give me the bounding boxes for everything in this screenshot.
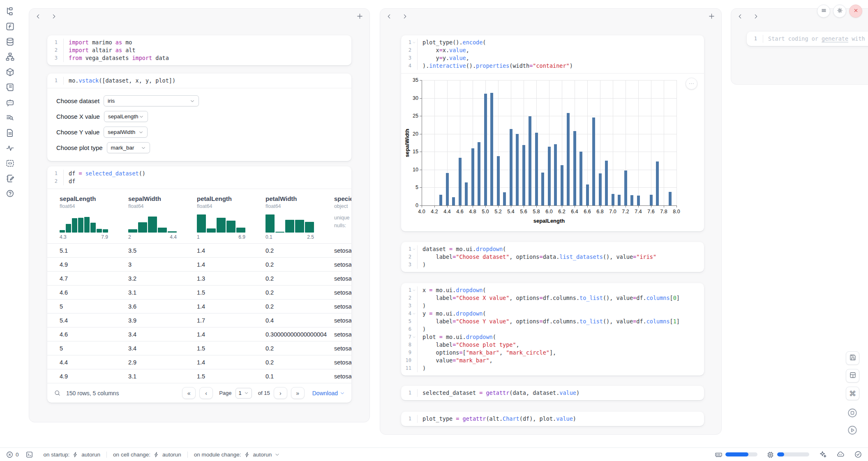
code-placeholder[interactable]: Start coding or generate with AI [763,35,868,43]
vstack-code-editor[interactable]: 1mo.vstack([dataset, x, y, plot]) [47,74,351,88]
chart-bar[interactable] [554,144,557,205]
chevron-left-icon[interactable] [386,13,392,20]
chart-bar[interactable] [561,165,563,205]
chart-bar[interactable] [446,173,449,205]
download-button[interactable]: Download [312,390,345,396]
table-row[interactable]: 5.13.51.40.2setosa [47,243,351,257]
sidebar-item-activity[interactable] [5,143,15,153]
chart-bar[interactable] [579,152,582,205]
code-line[interactable]: ) [418,302,426,310]
table-row[interactable]: 4.42.91.40.2setosa [47,355,351,369]
code-line[interactable]: import marimo as mo [64,39,132,46]
chart-bar[interactable] [567,113,570,205]
first-page-button[interactable]: « [182,387,196,399]
selected-dataset-code-editor[interactable]: 1selected_dataset = getattr(data, datase… [401,386,704,400]
table-row[interactable]: 4.63.11.50.2setosa [47,285,351,299]
plot-type-cell[interactable]: 1plot_type = getattr(alt.Chart(df), plot… [401,412,704,426]
code-line[interactable]: label="Choose X value", options=df.colum… [418,294,680,302]
chart-bar[interactable] [669,192,672,205]
code-line[interactable]: import altair as alt [64,46,136,54]
code-line[interactable]: mo.vstack([dataset, x, y, plot]) [64,77,175,85]
chart-bar[interactable] [459,158,462,205]
plot-type-code-editor[interactable]: 1plot_type = getattr(alt.Chart(df), plot… [401,412,704,426]
code-line[interactable]: from vega_datasets import data [64,54,169,62]
table-row[interactable]: 4.73.21.30.2setosa [47,271,351,285]
copilot-button[interactable] [836,450,845,459]
plot-code-editor[interactable]: 1plot_type().encode(2 x=x.value,3 y=y.va… [401,35,704,73]
table-row[interactable]: 4.93.11.50.1setosa [47,369,351,383]
imports-code-editor[interactable]: 1import marimo as mo2import altair as al… [47,35,351,65]
code-line[interactable]: y = mo.ui.dropdown( [418,310,486,318]
chart-bar[interactable] [484,94,487,205]
plot-cell[interactable]: 1plot_type().encode(2 x=x.value,3 y=y.va… [401,35,704,231]
chart-bar[interactable] [478,142,480,205]
table-row[interactable]: 53.41.50.2setosa [47,341,351,355]
save-button[interactable] [846,351,859,365]
sidebar-item-list-search[interactable] [5,113,15,122]
column-header-sepalWidth[interactable]: sepalWidthfloat6424.4 [128,195,197,240]
chart-bar[interactable] [529,116,531,205]
generate-link[interactable]: generate [822,35,848,42]
code-line[interactable]: plot_type = getattr(alt.Chart(df), plot.… [418,415,576,423]
dataset-dropdown-cell[interactable]: 1dataset = mo.ui.dropdown(2 label="Choos… [401,242,704,272]
dropdown-choose-x-value[interactable]: sepalLength [104,111,148,122]
code-line[interactable]: dataset = mo.ui.dropdown( [418,245,506,253]
chart-bar[interactable] [516,134,519,205]
table-row[interactable]: 53.61.40.2setosa [47,299,351,313]
sidebar-item-scroll[interactable] [5,83,15,92]
column-header-petalLength[interactable]: petalLengthfloat6416.9 [197,195,265,240]
chart-bar[interactable] [605,161,608,205]
chevron-right-icon[interactable] [51,13,57,20]
column-histogram[interactable] [60,214,108,233]
vstack-cell[interactable]: 1mo.vstack([dataset, x, y, plot]) Choose… [47,74,351,161]
chart-bar[interactable] [624,171,627,205]
dropdown-choose-dataset[interactable]: iris [104,95,199,106]
code-line[interactable]: ).interactive().properties(width="contai… [418,62,573,70]
code-line[interactable]: x = mo.ui.dropdown( [418,286,486,294]
chart-bar[interactable] [503,192,506,205]
chart-bar[interactable] [612,194,614,205]
code-line[interactable]: ) [418,364,426,372]
chevron-right-icon[interactable] [753,13,759,20]
sidebar-item-document[interactable] [5,128,15,138]
dropdown-choose-plot-type[interactable]: mark_bar [107,142,150,153]
chevron-right-icon[interactable] [402,13,408,20]
chart-bar[interactable] [439,195,442,205]
command-button[interactable]: ⌘ [846,387,859,400]
code-line[interactable]: df = selected_dataset() [64,170,145,177]
column-header-petalWidth[interactable]: petalWidthfloat640.12.5 [265,195,334,240]
df-code-editor[interactable]: 1df = selected_dataset()2df [47,166,351,189]
errors-indicator[interactable]: 0 [6,451,19,459]
chart-bar[interactable] [630,195,633,205]
column-histogram[interactable] [265,214,314,233]
column-header-sepalLength[interactable]: sepalLengthfloat644.37.9 [60,195,128,240]
code-line[interactable]: ) [418,325,426,333]
play-button[interactable] [845,424,859,438]
chart-bar[interactable] [497,156,500,205]
sidebar-item-scratchpad[interactable] [5,174,15,183]
code-line[interactable]: df [64,177,75,185]
chart-bar[interactable] [535,133,538,205]
chart-bar[interactable] [522,145,525,205]
chart-bar[interactable] [637,196,640,205]
sidebar-item-snippets[interactable] [5,159,15,168]
sidebar-item-function-square[interactable] [5,22,15,31]
column-histogram[interactable] [197,214,245,233]
sidebar-item-dependency-graph[interactable] [5,52,15,62]
code-line[interactable]: x=x.value, [418,46,469,54]
dataframe-cell[interactable]: 1df = selected_dataset()2df sepalLengthf… [47,166,351,403]
stop-button[interactable] [845,407,859,421]
chart-bar[interactable] [452,197,455,205]
code-line[interactable]: plot = mo.ui.dropdown( [418,333,496,341]
chart-bar[interactable] [656,161,659,205]
autorun-setting[interactable]: on startup:autorun [37,452,107,458]
add-column-button[interactable] [708,12,716,20]
search-icon[interactable] [54,390,61,396]
check-circle-button[interactable] [854,450,862,459]
sidebar-item-chat-bot[interactable] [5,98,15,107]
column-histogram[interactable] [128,214,177,233]
code-line[interactable]: selected_dataset = getattr(data, dataset… [418,389,579,397]
empty-code-cell[interactable]: 1 Start coding or generate with AI [747,32,868,46]
code-line[interactable]: plot_type().encode( [418,39,486,46]
terminal-button[interactable] [25,451,33,459]
